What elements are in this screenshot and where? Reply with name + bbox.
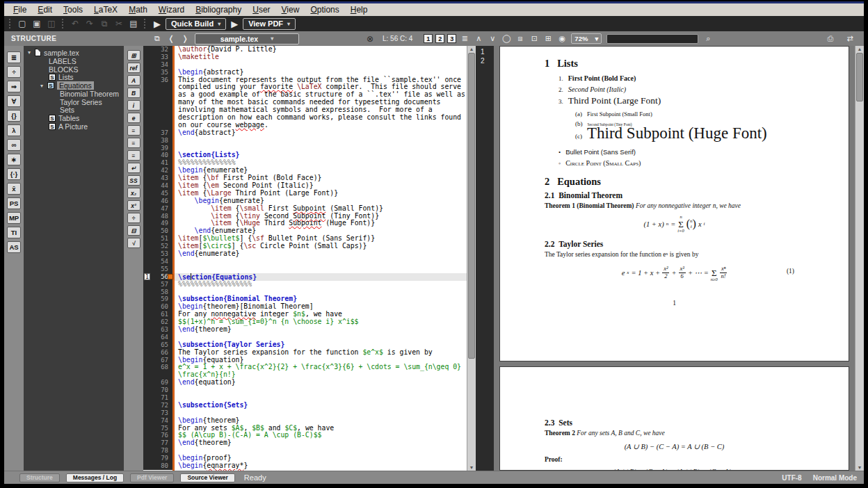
pdf-scrollbar[interactable]: ▲ ▼ bbox=[855, 46, 864, 471]
status-button-source-viewer[interactable]: Source Viewer bbox=[180, 473, 234, 482]
editor-scrollbar-thumb[interactable] bbox=[468, 53, 475, 359]
pdf-scrollbar-thumb[interactable] bbox=[856, 53, 863, 101]
frac-icon[interactable]: ÷ bbox=[127, 213, 140, 223]
code-line-63[interactable]: 63\end{theorem} bbox=[143, 326, 467, 334]
code-line-38[interactable]: 38 bbox=[143, 137, 467, 145]
arrow-symbols-icon[interactable]: ⇒ bbox=[7, 81, 21, 92]
fit-width-icon[interactable]: ⧈ bbox=[515, 33, 526, 44]
source-editor[interactable]: 32\author{David P. Little}33\maketitle34… bbox=[143, 46, 476, 471]
external-viewer-icon[interactable]: ⇄ bbox=[844, 33, 855, 44]
cut-icon[interactable]: ✂ bbox=[113, 18, 125, 30]
pstricks-tab-icon[interactable]: PS bbox=[7, 197, 21, 209]
menu-item-latex[interactable]: LaTeX bbox=[89, 5, 122, 15]
structure-item-a-picture[interactable]: SA Picture bbox=[24, 122, 124, 131]
structure-tab-icon[interactable]: ≣ bbox=[7, 51, 21, 63]
menu-item-view[interactable]: View bbox=[277, 5, 305, 15]
code-line-55[interactable]: 55 bbox=[143, 266, 467, 273]
toc-list-icon[interactable]: ≣ bbox=[459, 33, 470, 44]
misc-symbols-icon[interactable]: ∗ bbox=[7, 154, 21, 165]
structure-item-lists[interactable]: SLists bbox=[24, 73, 124, 81]
expander-icon[interactable]: ▾ bbox=[40, 83, 47, 89]
back-icon[interactable]: ❬ bbox=[166, 33, 177, 44]
code-text[interactable] bbox=[172, 258, 467, 266]
greek-letters-icon[interactable]: λ bbox=[7, 124, 21, 136]
code-text[interactable]: \end{abstract} bbox=[172, 129, 467, 137]
continuous-mode-icon[interactable]: ◯ bbox=[501, 33, 512, 44]
fit-page-icon[interactable]: ⊡ bbox=[529, 33, 540, 44]
menu-item-help[interactable]: Help bbox=[346, 5, 373, 15]
code-text[interactable]: %%%%%%%%%%%%%%%%%% bbox=[172, 281, 467, 288]
page-list-item-2[interactable]: 2 bbox=[481, 57, 494, 66]
code-line-72[interactable]: 72\subsection{Sets} bbox=[143, 402, 467, 409]
menu-item-edit[interactable]: Edit bbox=[33, 5, 57, 15]
save-icon[interactable]: ◫ bbox=[45, 18, 58, 30]
print-icon[interactable]: ⎙ bbox=[825, 33, 836, 44]
brackets-icon[interactable]: {·} bbox=[7, 168, 21, 180]
code-text[interactable]: \end{enumerate} bbox=[172, 250, 467, 258]
code-line-80[interactable]: 80\begin{eqnarray*} bbox=[143, 462, 467, 470]
pdf-scroll-up-icon[interactable]: ▲ bbox=[855, 47, 864, 51]
pdf-scroll-down-icon[interactable]: ▼ bbox=[855, 465, 864, 470]
asymptote-tab-icon[interactable]: AS bbox=[7, 241, 21, 253]
code-text[interactable]: \end{equation} bbox=[172, 379, 467, 387]
relation-symbols-icon[interactable]: ∞ bbox=[7, 139, 21, 151]
code-line-70[interactable]: 70 bbox=[143, 387, 467, 394]
italic-icon[interactable]: i bbox=[127, 100, 140, 111]
copy-icon[interactable]: ⧉ bbox=[98, 18, 111, 30]
code-text[interactable] bbox=[172, 137, 467, 145]
open-file-icon[interactable]: ▣ bbox=[31, 18, 43, 30]
code-text[interactable]: \begin{eqnarray*} bbox=[172, 462, 467, 470]
external-pdf-icon[interactable]: ⊞ bbox=[542, 33, 554, 44]
menu-item-bibliography[interactable]: Bibliography bbox=[191, 5, 246, 15]
align-center-icon[interactable]: ≡ bbox=[127, 138, 140, 148]
menu-item-user[interactable]: User bbox=[248, 5, 275, 15]
code-line-77[interactable]: 77\end{theorem} bbox=[143, 439, 467, 447]
code-text[interactable]: \subsection{Sets} bbox=[172, 402, 467, 409]
emph-icon[interactable]: e bbox=[127, 113, 140, 123]
redo-icon[interactable]: ↷ bbox=[83, 18, 96, 30]
align-right-icon[interactable]: ≡ bbox=[127, 150, 140, 161]
quick-build-dropdown[interactable]: Quick Build▾ bbox=[166, 18, 226, 30]
code-text[interactable]: \end{theorem} bbox=[172, 439, 467, 447]
code-line-57[interactable]: 57%%%%%%%%%%%%%%%%%% bbox=[143, 281, 467, 288]
expander-icon[interactable]: ▾ bbox=[28, 49, 35, 56]
previous-icon[interactable]: ∧ bbox=[473, 33, 484, 44]
menu-item-wizard[interactable]: Wizard bbox=[154, 5, 189, 15]
structure-item-labels[interactable]: LABELS bbox=[24, 57, 124, 65]
structure-item-sample-tex[interactable]: ▾sample.tex bbox=[24, 49, 124, 57]
delimiters-icon[interactable]: {} bbox=[7, 110, 21, 122]
undo-icon[interactable]: ↶ bbox=[69, 18, 81, 30]
code-text[interactable]: \maketitle bbox=[172, 54, 467, 61]
bookmark-badge[interactable]: 1 bbox=[144, 273, 150, 280]
sqrt-icon[interactable]: √ bbox=[127, 238, 140, 248]
superscript-icon[interactable]: x² bbox=[127, 200, 140, 211]
code-line-37[interactable]: 37\end{abstract} bbox=[143, 129, 467, 137]
newline-icon[interactable]: ↵ bbox=[127, 163, 140, 173]
structure-item-equations[interactable]: ▾SEquations bbox=[24, 81, 124, 90]
page-1-button[interactable]: 1 bbox=[424, 34, 433, 43]
structure-item-tables[interactable]: STables bbox=[24, 114, 124, 122]
structure-item-taylor-series[interactable]: Taylor Series bbox=[24, 98, 124, 106]
structure-item-blocks[interactable]: BLOCKS bbox=[24, 65, 124, 74]
presentation-mode-icon[interactable]: ◉ bbox=[556, 33, 568, 44]
pdf-search-input[interactable] bbox=[606, 34, 698, 44]
view-pdf-dropdown[interactable]: View PDF▾ bbox=[243, 18, 296, 30]
misc-math-symbols-icon[interactable]: ∀ bbox=[7, 95, 21, 107]
paste-icon[interactable]: ▤ bbox=[127, 18, 140, 30]
structure-item-sets[interactable]: Sets bbox=[24, 106, 124, 115]
align-left-icon[interactable]: ≡ bbox=[127, 125, 140, 136]
zoom-level-selector[interactable]: 72%▾ bbox=[571, 33, 602, 44]
scroll-down-icon[interactable]: ▼ bbox=[467, 465, 476, 470]
page-3-button[interactable]: 3 bbox=[447, 34, 456, 43]
label-tool-icon[interactable]: ⊞ bbox=[127, 50, 140, 60]
forward-icon[interactable]: ❭ bbox=[179, 33, 191, 44]
code-text[interactable]: \end{theorem} bbox=[172, 326, 467, 334]
page-list-item-1[interactable]: 1 bbox=[481, 48, 494, 57]
menu-item-file[interactable]: File bbox=[8, 5, 31, 15]
new-document-icon[interactable]: ▢ bbox=[16, 18, 29, 30]
search-icon[interactable]: ⌕ bbox=[702, 33, 714, 44]
font-tool-icon[interactable]: A bbox=[127, 75, 140, 86]
accents-icon[interactable]: x̄ bbox=[7, 183, 21, 195]
scroll-up-icon[interactable]: ▲ bbox=[467, 47, 476, 51]
stop-process-icon[interactable]: ⊗ bbox=[364, 33, 376, 44]
